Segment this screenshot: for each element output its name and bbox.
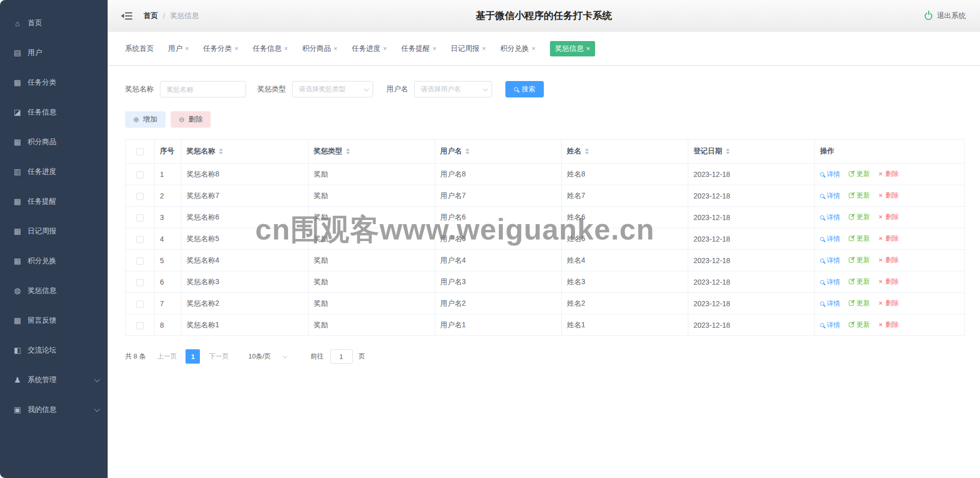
logout-button[interactable]: 退出系统 xyxy=(925,11,966,21)
remove-link[interactable]: ×删除 xyxy=(879,277,899,286)
sidebar-item-task-progress[interactable]: ▥任务进度 xyxy=(0,157,108,187)
update-link[interactable]: 更新 xyxy=(849,169,870,178)
close-icon[interactable]: × xyxy=(433,45,437,52)
close-icon[interactable]: × xyxy=(284,45,288,52)
sidebar-item-my-info[interactable]: ▣我的信息 xyxy=(0,395,108,425)
update-link[interactable]: 更新 xyxy=(849,191,870,200)
detail-link[interactable]: 详情 xyxy=(820,299,840,308)
close-icon[interactable]: × xyxy=(532,45,536,52)
column-header-username[interactable]: 用户名 xyxy=(435,140,562,164)
update-link[interactable]: 更新 xyxy=(849,277,870,286)
tab-system-home[interactable]: 系统首页 xyxy=(125,44,154,53)
column-header-date[interactable]: 登记日期 xyxy=(688,140,815,164)
update-link[interactable]: 更新 xyxy=(849,234,870,243)
remove-link[interactable]: ×删除 xyxy=(879,169,899,178)
sidebar-item-label: 任务提醒 xyxy=(28,197,56,206)
cell-reward-name: 奖惩名称7 xyxy=(181,185,309,207)
tab-task-category[interactable]: 任务分类× xyxy=(203,44,239,53)
page-size-select[interactable]: 10条/页 xyxy=(248,352,285,361)
column-header-name[interactable]: 奖惩名称 xyxy=(181,140,309,164)
close-icon[interactable]: × xyxy=(586,45,590,52)
sidebar-item-feedback[interactable]: ▦留言反馈 xyxy=(0,306,108,335)
delete-button[interactable]: ⊖ 删除 xyxy=(171,111,211,128)
detail-link[interactable]: 详情 xyxy=(820,234,840,244)
search-button[interactable]: 搜索 xyxy=(505,81,544,97)
detail-link[interactable]: 详情 xyxy=(820,213,840,222)
tab-points-exchange[interactable]: 积分兑换× xyxy=(500,44,536,53)
row-checkbox[interactable] xyxy=(136,257,144,265)
remove-link[interactable]: ×删除 xyxy=(879,234,899,243)
close-icon[interactable]: × xyxy=(185,45,189,52)
sidebar-item-task-reminder[interactable]: ▦任务提醒 xyxy=(0,187,108,216)
sidebar-item-reward-info[interactable]: ◍奖惩信息 xyxy=(0,276,108,306)
add-button[interactable]: ⊕ 增加 xyxy=(125,111,166,128)
remove-link[interactable]: ×删除 xyxy=(879,298,899,308)
sidebar-item-home[interactable]: ⌂首页 xyxy=(0,8,108,38)
sidebar-item-points-goods[interactable]: ▦积分商品 xyxy=(0,127,108,157)
close-icon[interactable]: × xyxy=(482,45,486,52)
update-link[interactable]: 更新 xyxy=(849,255,870,265)
breadcrumb-home[interactable]: 首页 xyxy=(144,11,158,21)
x-icon: × xyxy=(879,235,883,242)
sort-icon[interactable] xyxy=(346,148,350,154)
tab-task-info[interactable]: 任务信息× xyxy=(253,44,288,53)
sort-icon[interactable] xyxy=(465,148,469,154)
update-link[interactable]: 更新 xyxy=(849,320,870,329)
detail-link[interactable]: 详情 xyxy=(820,191,840,201)
close-icon[interactable]: × xyxy=(383,45,387,52)
sort-icon[interactable] xyxy=(219,148,223,154)
column-header-fullname[interactable]: 姓名 xyxy=(562,140,688,164)
select-all-checkbox[interactable] xyxy=(136,148,144,155)
column-header-type[interactable]: 奖惩类型 xyxy=(309,140,435,164)
row-checkbox[interactable] xyxy=(136,214,144,222)
row-checkbox[interactable] xyxy=(136,236,144,243)
sidebar-item-label: 首页 xyxy=(28,18,42,28)
tab-task-progress[interactable]: 任务进度× xyxy=(352,44,387,53)
reward-type-select[interactable]: 请选择奖惩类型 xyxy=(292,81,373,97)
detail-link[interactable]: 详情 xyxy=(820,256,840,265)
sidebar-item-forum[interactable]: ◧交流论坛 xyxy=(0,335,108,365)
detail-link[interactable]: 详情 xyxy=(820,321,840,330)
grid-icon: ▦ xyxy=(12,227,23,236)
grid-icon: ▦ xyxy=(12,137,23,147)
tab-label: 任务进度 xyxy=(352,44,380,53)
update-link[interactable]: 更新 xyxy=(849,298,870,308)
update-link[interactable]: 更新 xyxy=(849,212,870,222)
tab-users[interactable]: 用户× xyxy=(168,44,189,53)
row-checkbox[interactable] xyxy=(136,171,144,178)
tab-points-goods[interactable]: 积分商品× xyxy=(302,44,338,53)
collapse-sidebar-icon[interactable] xyxy=(121,11,132,21)
sort-icon[interactable] xyxy=(585,148,589,154)
username-select[interactable]: 请选择用户名 xyxy=(414,81,492,97)
row-checkbox[interactable] xyxy=(136,279,144,286)
row-checkbox[interactable] xyxy=(136,193,144,200)
remove-link[interactable]: ×删除 xyxy=(879,320,899,329)
cell-date: 2023-12-18 xyxy=(688,185,815,207)
sidebar-item-system-manage[interactable]: ♟系统管理 xyxy=(0,365,108,395)
remove-link[interactable]: ×删除 xyxy=(879,191,899,200)
search-icon xyxy=(514,87,518,91)
detail-link[interactable]: 详情 xyxy=(820,170,840,179)
sidebar-item-label: 系统管理 xyxy=(28,375,56,385)
tab-reward-info[interactable]: 奖惩信息× xyxy=(550,41,596,56)
goto-page-input[interactable] xyxy=(330,349,353,364)
remove-link[interactable]: ×删除 xyxy=(879,255,899,265)
tab-task-reminder[interactable]: 任务提醒× xyxy=(401,44,437,53)
close-icon[interactable]: × xyxy=(235,45,239,52)
tab-diary-weekly[interactable]: 日记周报× xyxy=(451,44,486,53)
reward-name-input[interactable] xyxy=(160,81,246,97)
detail-link[interactable]: 详情 xyxy=(820,277,840,287)
remove-link[interactable]: ×删除 xyxy=(879,212,899,222)
row-checkbox[interactable] xyxy=(136,322,144,329)
prev-page-button[interactable]: 上一页 xyxy=(157,352,177,361)
next-page-button[interactable]: 下一页 xyxy=(209,352,229,361)
sidebar-item-diary-weekly[interactable]: ▦日记周报 xyxy=(0,216,108,246)
close-icon[interactable]: × xyxy=(334,45,338,52)
sidebar-item-task-category[interactable]: ▦任务分类 xyxy=(0,68,108,97)
sidebar-item-points-exchange[interactable]: ▦积分兑换 xyxy=(0,246,108,276)
row-checkbox[interactable] xyxy=(136,301,144,308)
sort-icon[interactable] xyxy=(726,148,730,154)
sidebar-item-task-info[interactable]: ◪任务信息 xyxy=(0,97,108,127)
page-number-1[interactable]: 1 xyxy=(186,349,200,364)
sidebar-item-users[interactable]: ▤用户 xyxy=(0,38,108,68)
